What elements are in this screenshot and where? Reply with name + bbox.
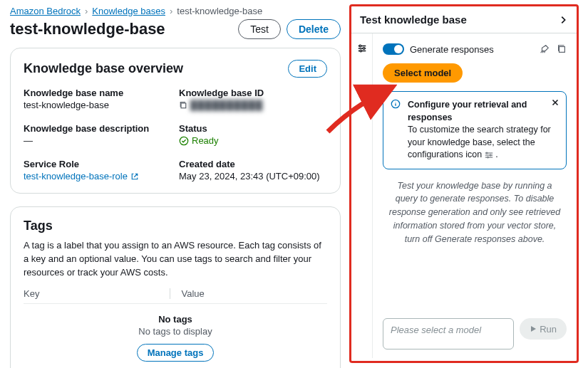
copy-icon[interactable] — [557, 44, 567, 54]
chevron-right-icon[interactable] — [558, 15, 568, 25]
kb-name-value: test-knowledge-base — [24, 100, 172, 110]
kb-desc-label: Knowledge base description — [24, 123, 172, 134]
breadcrumb-root[interactable]: Amazon Bedrock — [10, 6, 81, 16]
created-label: Created date — [179, 159, 327, 169]
kb-desc-value: — — [24, 135, 172, 146]
status-label: Status — [179, 123, 327, 134]
check-circle-icon — [179, 136, 189, 146]
breadcrumb-mid[interactable]: Knowledge bases — [92, 6, 165, 16]
test-button[interactable]: Test — [238, 19, 281, 39]
manage-tags-button[interactable]: Manage tags — [137, 344, 215, 362]
svg-point-2 — [359, 45, 361, 47]
tags-col-value: Value — [170, 288, 328, 299]
page-title: test-knowledge-base — [10, 20, 165, 38]
tags-empty-sub: No tags to display — [24, 326, 327, 337]
breadcrumb: Amazon Bedrock › Knowledge bases › test-… — [10, 6, 341, 16]
panel-title: Test knowledge base — [360, 14, 467, 26]
svg-point-8 — [490, 154, 491, 156]
breadcrumb-sep: › — [85, 6, 88, 16]
svg-point-4 — [359, 50, 361, 52]
generate-responses-label: Generate responses — [410, 44, 494, 55]
breadcrumb-leaf: test-knowledge-base — [177, 6, 262, 16]
query-input[interactable]: Please select a model — [383, 318, 514, 349]
edit-button[interactable]: Edit — [288, 60, 327, 78]
kb-id-value: ██████████ — [179, 100, 327, 110]
role-link[interactable]: test-knowledge-base-role — [24, 171, 172, 182]
info-title: Configure your retrieval and responses — [408, 100, 527, 122]
info-body: To customize the search strategy for you… — [408, 125, 551, 159]
svg-rect-0 — [181, 103, 186, 108]
created-value: May 23, 2024, 23:43 (UTC+09:00) — [179, 171, 327, 182]
panel-help-text: Test your knowledge base by running a qu… — [383, 179, 567, 246]
svg-point-9 — [487, 157, 488, 158]
close-icon[interactable] — [550, 98, 560, 107]
play-icon — [530, 325, 537, 332]
kb-id-label: Knowledge base ID — [179, 88, 327, 98]
delete-button[interactable]: Delete — [287, 19, 341, 39]
svg-point-3 — [363, 48, 365, 50]
inline-sliders-icon — [485, 152, 493, 159]
status-value: Ready — [179, 135, 327, 146]
tags-empty-title: No tags — [24, 314, 327, 325]
tags-description: A tag is a label that you assign to an A… — [24, 239, 327, 280]
overview-heading: Knowledge base overview — [24, 61, 183, 76]
generate-responses-toggle[interactable] — [383, 43, 404, 55]
svg-rect-5 — [559, 47, 565, 53]
role-label: Service Role — [24, 159, 172, 169]
tags-table-header: Key Value — [24, 288, 327, 304]
info-alert: Configure your retrieval and responses T… — [383, 91, 567, 169]
copy-icon[interactable] — [179, 101, 187, 110]
info-end: . — [495, 149, 497, 159]
overview-card: Knowledge base overview Edit Knowledge b… — [10, 48, 341, 194]
breadcrumb-sep: › — [170, 6, 172, 16]
run-button[interactable]: Run — [520, 318, 567, 340]
info-icon — [391, 99, 401, 109]
select-model-button[interactable]: Select model — [383, 63, 463, 83]
settings-sliders-icon[interactable] — [357, 43, 367, 53]
kb-name-label: Knowledge base name — [24, 88, 172, 98]
tags-card: Tags A tag is a label that you assign to… — [10, 206, 341, 368]
broom-icon[interactable] — [540, 44, 550, 54]
tags-col-key: Key — [24, 288, 170, 299]
tags-heading: Tags — [24, 219, 327, 233]
svg-point-7 — [486, 152, 488, 154]
external-link-icon — [130, 172, 139, 181]
test-panel: Test knowledge base Generate responses S… — [349, 4, 579, 363]
